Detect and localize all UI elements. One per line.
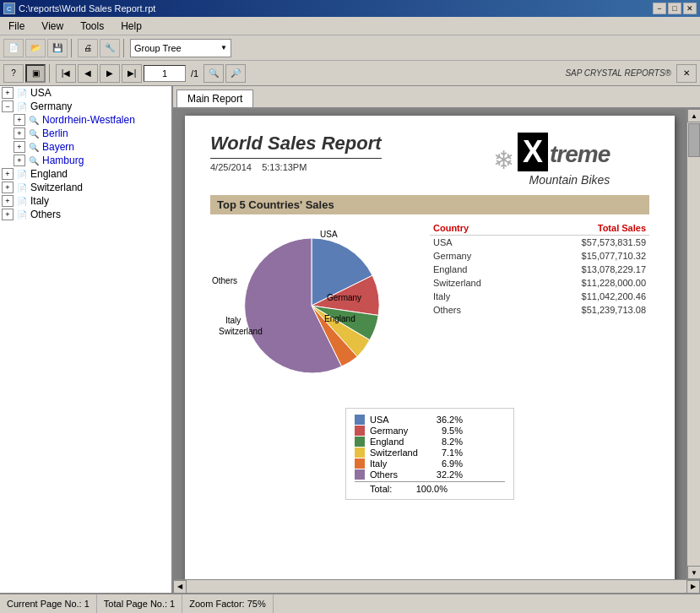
tree-toggle-italy[interactable]: + [2, 195, 14, 207]
print-button[interactable]: 🖨 [78, 39, 98, 57]
scroll-thumb[interactable] [688, 123, 700, 157]
col-country: Country [430, 221, 525, 236]
help-button[interactable]: ? [3, 64, 24, 83]
group-tree-dropdown[interactable]: Group Tree ▼ [130, 39, 231, 57]
legend-item-name: USA [370, 415, 429, 425]
search-icon-nordrhein: 🔍 [27, 114, 41, 126]
nav-last-button[interactable]: ▶| [122, 64, 142, 83]
legend-item-name: Switzerland [370, 448, 429, 458]
report-title: World Sales Report [210, 133, 382, 155]
tree-toggle-bayern[interactable]: + [14, 141, 25, 153]
new-button[interactable]: 📄 [3, 39, 24, 57]
tree-toggle-switzerland[interactable]: + [2, 182, 14, 193]
legend-total-value: 100.0% [414, 484, 448, 494]
minimize-button[interactable]: − [653, 3, 666, 14]
scroll-down-button[interactable]: ▼ [687, 566, 700, 579]
close-panel-button[interactable]: ✕ [676, 64, 697, 83]
sap-label: SAP CRYSTAL REPORTS® [565, 68, 675, 78]
report-scroll[interactable]: World Sales Report 4/25/2014 5:13:13PM ❄ [173, 109, 686, 579]
group-tree-panel: + 📄 USA − 📄 Germany + 🔍 Nordrhein-Westfa… [0, 86, 173, 593]
toolbar1: 📄 📂 💾 🖨 🔧 Group Tree ▼ [0, 35, 700, 61]
toolbar2: ? ▣ |◀ ◀ ▶ ▶| 1 /1 🔍 🔎 SAP CRYSTAL REPOR… [0, 61, 700, 86]
cell-country: Switzerland [430, 276, 525, 290]
legend-color-swatch [355, 437, 365, 447]
legend-item-pct: 8.2% [429, 437, 463, 447]
tab-main-report[interactable]: Main Report [176, 90, 253, 107]
hscroll-track[interactable] [187, 580, 686, 594]
tree-item-bayern[interactable]: + 🔍 Bayern [12, 140, 171, 154]
legend-container: USA 36.2% Germany 9.5% England 8.2% Swit… [210, 401, 649, 500]
legend-total-label: Total: [355, 484, 414, 494]
legend-item: Others 32.2% [355, 469, 505, 480]
pie-label-england: England [324, 314, 355, 323]
tree-label-others: Others [30, 209, 61, 220]
zoom-status: Zoom Factor: 75% [182, 594, 273, 613]
scroll-track[interactable] [687, 122, 700, 566]
tree-toggle-hamburg[interactable]: + [14, 155, 25, 166]
legend-color-swatch [355, 469, 365, 480]
menu-help[interactable]: Help [116, 19, 147, 34]
report-date: 4/25/2014 [210, 162, 252, 172]
tree-toggle-england[interactable]: + [2, 168, 14, 180]
xtreme-logo: ❄ X treme Mountain Bikes [493, 133, 649, 187]
legend-color-swatch [355, 458, 365, 469]
report-panel: Main Report World Sales Report 4/25/2014… [173, 86, 700, 593]
tree-item-england[interactable]: + 📄 England [0, 167, 171, 181]
scroll-up-button[interactable]: ▲ [687, 109, 700, 122]
open-button[interactable]: 📂 [25, 39, 46, 57]
tree-toggle-usa[interactable]: + [2, 87, 14, 99]
legend-item: England 8.2% [355, 437, 505, 447]
tree-toggle-germany[interactable]: − [2, 100, 14, 112]
close-button[interactable]: ✕ [683, 3, 697, 14]
tree-item-nordrhein[interactable]: + 🔍 Nordrhein-Westfalen [12, 113, 171, 127]
nav-prev-button[interactable]: ◀ [78, 64, 98, 83]
menu-view[interactable]: View [36, 19, 68, 34]
tree-item-switzerland[interactable]: + 📄 Switzerland [0, 181, 171, 194]
tree-label-italy: Italy [30, 195, 49, 207]
table-row: Switzerland$11,228,000.00 [430, 276, 649, 290]
scroll-right-button[interactable]: ▶ [686, 580, 700, 594]
legend-color-swatch [355, 426, 365, 436]
tree-item-hamburg[interactable]: + 🔍 Hamburg [12, 154, 171, 167]
preview-button[interactable]: 🔧 [100, 39, 120, 57]
menu-tools[interactable]: Tools [75, 19, 109, 34]
cell-country: Others [430, 303, 525, 317]
tree-item-germany[interactable]: − 📄 Germany [0, 100, 171, 113]
horizontal-scrollbar[interactable]: ◀ ▶ [173, 579, 700, 593]
tree-item-usa[interactable]: + 📄 USA [0, 86, 171, 100]
cell-country: England [430, 263, 525, 276]
save-button[interactable]: 💾 [47, 39, 68, 57]
menu-file[interactable]: File [3, 19, 30, 34]
legend-item-name: Others [370, 469, 429, 480]
cell-sales: $57,573,831.59 [525, 236, 649, 250]
tree-toggle-berlin[interactable]: + [14, 127, 25, 139]
table-row: USA$57,573,831.59 [430, 236, 649, 250]
app-icon: C [3, 3, 15, 14]
tree-item-italy[interactable]: + 📄 Italy [0, 194, 171, 208]
report-page: World Sales Report 4/25/2014 5:13:13PM ❄ [185, 116, 675, 579]
scroll-left-button[interactable]: ◀ [173, 580, 187, 594]
search-icon-bayern: 🔍 [27, 141, 41, 153]
tree-item-others[interactable]: + 📄 Others [0, 208, 171, 221]
nav-next-button[interactable]: ▶ [100, 64, 120, 83]
maximize-button[interactable]: □ [668, 3, 681, 14]
tree-item-berlin[interactable]: + 🔍 Berlin [12, 127, 171, 140]
nav-first-button[interactable]: |◀ [56, 64, 76, 83]
legend-item: USA 36.2% [355, 415, 505, 425]
tree-toggle-others[interactable]: + [2, 209, 14, 220]
search-button[interactable]: 🔍 [203, 64, 224, 83]
zoom-button[interactable]: 🔎 [225, 64, 246, 83]
tree-toggle-nordrhein[interactable]: + [14, 114, 25, 126]
cell-country: Germany [430, 249, 525, 263]
panel-button[interactable]: ▣ [25, 64, 46, 83]
legend-item: Germany 9.5% [355, 426, 505, 436]
page-number-input[interactable]: 1 [144, 65, 186, 82]
legend-item-pct: 32.2% [429, 469, 463, 480]
pie-label-italy: Italy [225, 316, 241, 325]
vertical-scrollbar[interactable]: ▲ ▼ [686, 109, 700, 579]
folder-icon-england: 📄 [15, 168, 29, 180]
report-header: World Sales Report 4/25/2014 5:13:13PM ❄ [210, 133, 649, 187]
folder-icon-switzerland: 📄 [15, 182, 29, 193]
col-sales: Total Sales [525, 221, 649, 236]
folder-icon-germany: 📄 [15, 100, 29, 112]
